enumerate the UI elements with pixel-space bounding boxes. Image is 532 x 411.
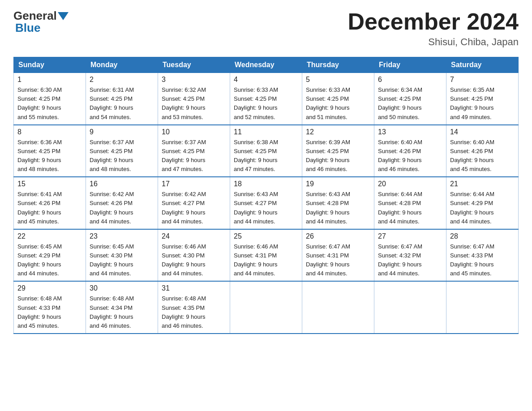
day-info: Sunrise: 6:32 AMSunset: 4:25 PMDaylight:… xyxy=(162,86,206,120)
day-number: 23 xyxy=(90,232,154,240)
calendar-cell: 13 Sunrise: 6:40 AMSunset: 4:26 PMDaylig… xyxy=(374,125,446,177)
day-number: 27 xyxy=(378,232,442,240)
day-number: 9 xyxy=(90,128,154,136)
day-info: Sunrise: 6:47 AMSunset: 4:31 PMDaylight:… xyxy=(306,243,350,277)
day-info: Sunrise: 6:42 AMSunset: 4:26 PMDaylight:… xyxy=(90,191,134,224)
day-info: Sunrise: 6:35 AMSunset: 4:25 PMDaylight:… xyxy=(450,86,494,120)
day-info: Sunrise: 6:44 AMSunset: 4:28 PMDaylight:… xyxy=(378,191,422,224)
week-row-5: 29 Sunrise: 6:48 AMSunset: 4:33 PMDaylig… xyxy=(14,281,519,334)
day-number: 13 xyxy=(378,128,442,136)
day-number: 5 xyxy=(306,76,370,84)
day-number: 25 xyxy=(234,232,298,240)
day-info: Sunrise: 6:31 AMSunset: 4:25 PMDaylight:… xyxy=(90,86,134,120)
header: General Blue December 2024 Shisui, Chiba… xyxy=(13,9,519,48)
day-header-sunday: Sunday xyxy=(14,57,86,73)
calendar-cell: 3 Sunrise: 6:32 AMSunset: 4:25 PMDayligh… xyxy=(158,73,230,125)
calendar-cell: 6 Sunrise: 6:34 AMSunset: 4:25 PMDayligh… xyxy=(374,73,446,125)
day-number: 8 xyxy=(17,128,82,136)
day-number: 20 xyxy=(378,180,442,188)
day-header-thursday: Thursday xyxy=(302,57,374,73)
day-number: 30 xyxy=(90,284,154,292)
day-number: 6 xyxy=(378,76,442,84)
day-number: 10 xyxy=(162,128,226,136)
calendar-cell: 15 Sunrise: 6:41 AMSunset: 4:26 PMDaylig… xyxy=(14,177,86,229)
calendar-table: SundayMondayTuesdayWednesdayThursdayFrid… xyxy=(13,57,519,334)
day-header-monday: Monday xyxy=(86,57,158,73)
logo-blue-text: Blue xyxy=(15,21,40,34)
week-row-4: 22 Sunrise: 6:45 AMSunset: 4:29 PMDaylig… xyxy=(14,229,519,282)
week-row-1: 1 Sunrise: 6:30 AMSunset: 4:25 PMDayligh… xyxy=(14,73,519,125)
calendar-cell: 5 Sunrise: 6:33 AMSunset: 4:25 PMDayligh… xyxy=(302,73,374,125)
day-number: 7 xyxy=(450,76,515,84)
calendar-cell: 17 Sunrise: 6:42 AMSunset: 4:27 PMDaylig… xyxy=(158,177,230,229)
day-info: Sunrise: 6:36 AMSunset: 4:25 PMDaylight:… xyxy=(17,139,62,172)
day-number: 11 xyxy=(234,128,298,136)
day-number: 22 xyxy=(17,232,82,240)
day-info: Sunrise: 6:37 AMSunset: 4:25 PMDaylight:… xyxy=(162,139,206,172)
day-number: 14 xyxy=(450,128,515,136)
day-info: Sunrise: 6:39 AMSunset: 4:25 PMDaylight:… xyxy=(306,139,350,172)
month-title: December 2024 xyxy=(348,9,519,34)
calendar-cell: 20 Sunrise: 6:44 AMSunset: 4:28 PMDaylig… xyxy=(374,177,446,229)
calendar-cell: 28 Sunrise: 6:47 AMSunset: 4:33 PMDaylig… xyxy=(446,229,519,282)
day-info: Sunrise: 6:45 AMSunset: 4:29 PMDaylight:… xyxy=(17,243,62,277)
calendar-cell: 29 Sunrise: 6:48 AMSunset: 4:33 PMDaylig… xyxy=(14,281,86,334)
day-info: Sunrise: 6:33 AMSunset: 4:25 PMDaylight:… xyxy=(306,86,350,120)
day-info: Sunrise: 6:40 AMSunset: 4:26 PMDaylight:… xyxy=(378,139,422,172)
calendar-cell: 2 Sunrise: 6:31 AMSunset: 4:25 PMDayligh… xyxy=(86,73,158,125)
calendar-cell: 4 Sunrise: 6:33 AMSunset: 4:25 PMDayligh… xyxy=(230,73,302,125)
day-info: Sunrise: 6:43 AMSunset: 4:28 PMDaylight:… xyxy=(306,191,350,224)
calendar-cell: 7 Sunrise: 6:35 AMSunset: 4:25 PMDayligh… xyxy=(446,73,519,125)
week-row-2: 8 Sunrise: 6:36 AMSunset: 4:25 PMDayligh… xyxy=(14,125,519,177)
day-number: 26 xyxy=(306,232,370,240)
day-number: 24 xyxy=(162,232,226,240)
calendar-cell xyxy=(374,281,446,334)
calendar-cell: 26 Sunrise: 6:47 AMSunset: 4:31 PMDaylig… xyxy=(302,229,374,282)
day-number: 12 xyxy=(306,128,370,136)
day-info: Sunrise: 6:30 AMSunset: 4:25 PMDaylight:… xyxy=(17,86,62,120)
calendar-cell: 16 Sunrise: 6:42 AMSunset: 4:26 PMDaylig… xyxy=(86,177,158,229)
day-info: Sunrise: 6:48 AMSunset: 4:35 PMDaylight:… xyxy=(162,295,206,329)
title-area: December 2024 Shisui, Chiba, Japan xyxy=(348,9,519,48)
calendar-cell: 22 Sunrise: 6:45 AMSunset: 4:29 PMDaylig… xyxy=(14,229,86,282)
calendar-cell: 27 Sunrise: 6:47 AMSunset: 4:32 PMDaylig… xyxy=(374,229,446,282)
day-number: 21 xyxy=(450,180,515,188)
calendar-cell: 14 Sunrise: 6:40 AMSunset: 4:26 PMDaylig… xyxy=(446,125,519,177)
day-number: 18 xyxy=(234,180,298,188)
day-info: Sunrise: 6:40 AMSunset: 4:26 PMDaylight:… xyxy=(450,139,494,172)
day-header-friday: Friday xyxy=(374,57,446,73)
day-header-saturday: Saturday xyxy=(446,57,519,73)
week-row-3: 15 Sunrise: 6:41 AMSunset: 4:26 PMDaylig… xyxy=(14,177,519,229)
calendar-cell: 30 Sunrise: 6:48 AMSunset: 4:34 PMDaylig… xyxy=(86,281,158,334)
calendar-cell xyxy=(230,281,302,334)
day-number: 19 xyxy=(306,180,370,188)
calendar-cell: 25 Sunrise: 6:46 AMSunset: 4:31 PMDaylig… xyxy=(230,229,302,282)
day-info: Sunrise: 6:44 AMSunset: 4:29 PMDaylight:… xyxy=(450,191,494,224)
calendar-cell: 21 Sunrise: 6:44 AMSunset: 4:29 PMDaylig… xyxy=(446,177,519,229)
day-number: 1 xyxy=(17,76,82,84)
calendar-cell: 1 Sunrise: 6:30 AMSunset: 4:25 PMDayligh… xyxy=(14,73,86,125)
location-title: Shisui, Chiba, Japan xyxy=(348,36,519,48)
day-info: Sunrise: 6:47 AMSunset: 4:32 PMDaylight:… xyxy=(378,243,422,277)
day-number: 28 xyxy=(450,232,515,240)
header-row: SundayMondayTuesdayWednesdayThursdayFrid… xyxy=(14,57,519,73)
day-info: Sunrise: 6:41 AMSunset: 4:26 PMDaylight:… xyxy=(17,191,62,224)
day-info: Sunrise: 6:42 AMSunset: 4:27 PMDaylight:… xyxy=(162,191,206,224)
day-info: Sunrise: 6:48 AMSunset: 4:34 PMDaylight:… xyxy=(90,295,134,329)
day-number: 3 xyxy=(162,76,226,84)
day-info: Sunrise: 6:43 AMSunset: 4:27 PMDaylight:… xyxy=(234,191,278,224)
day-info: Sunrise: 6:33 AMSunset: 4:25 PMDaylight:… xyxy=(234,86,278,120)
calendar-cell: 12 Sunrise: 6:39 AMSunset: 4:25 PMDaylig… xyxy=(302,125,374,177)
day-info: Sunrise: 6:46 AMSunset: 4:30 PMDaylight:… xyxy=(162,243,206,277)
day-number: 29 xyxy=(17,284,82,292)
day-number: 16 xyxy=(90,180,154,188)
day-header-wednesday: Wednesday xyxy=(230,57,302,73)
day-info: Sunrise: 6:48 AMSunset: 4:33 PMDaylight:… xyxy=(17,295,62,329)
day-number: 31 xyxy=(162,284,226,292)
calendar-cell: 8 Sunrise: 6:36 AMSunset: 4:25 PMDayligh… xyxy=(14,125,86,177)
day-number: 17 xyxy=(162,180,226,188)
calendar-cell: 19 Sunrise: 6:43 AMSunset: 4:28 PMDaylig… xyxy=(302,177,374,229)
day-header-tuesday: Tuesday xyxy=(158,57,230,73)
logo: General Blue xyxy=(13,9,69,35)
calendar-cell: 9 Sunrise: 6:37 AMSunset: 4:25 PMDayligh… xyxy=(86,125,158,177)
